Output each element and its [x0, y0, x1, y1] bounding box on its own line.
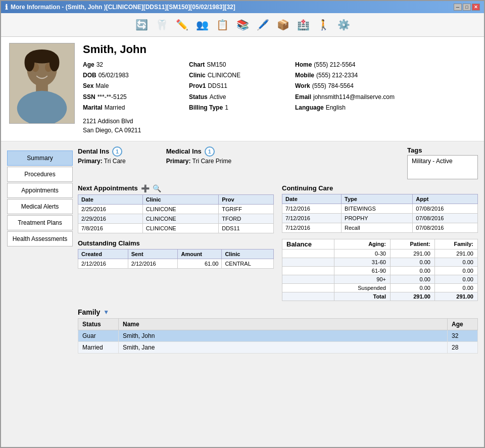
main-content: Dental Ins 1 Primary: Tri Care Medical I… [78, 146, 478, 442]
cross-icon[interactable]: 🏥 [295, 16, 312, 33]
toolbar: 🔄 🦷 ✏️ 👥 📋 📚 🖊️ 📦 🏥 🚶 ⚙️ [1, 13, 484, 37]
claim-created-header: Created [78, 249, 128, 259]
right-col: Continuing Care Date Type Appt 7/12/2016… [282, 184, 478, 301]
left-col: Next Appointments ➕ 🔍 Date Clinic Prov [78, 184, 274, 301]
next-appointments-header: Next Appointments ➕ 🔍 [78, 184, 274, 192]
users-icon[interactable]: 👥 [193, 16, 211, 33]
dental-ins-label: Dental Ins [78, 147, 109, 155]
claim-amount-header: Amount [178, 249, 222, 259]
list-item[interactable]: MarriedSmith, Jane28 [78, 341, 478, 353]
continuing-care-header: Continuing Care [282, 184, 478, 192]
outstanding-claims-title: Outstanding Claims [78, 239, 140, 247]
next-appointments-table: Date Clinic Prov 2/25/2016CLINICONETGRIF… [78, 194, 274, 233]
billing-row: Billing Type 1 [189, 103, 290, 113]
sidebar-item-summary[interactable]: Summary [7, 151, 73, 166]
sidebar-item-appointments[interactable]: Appointments [7, 183, 73, 198]
box-icon[interactable]: 📦 [274, 16, 292, 33]
minimize-button[interactable]: ─ [454, 4, 462, 11]
patient-photo [9, 43, 75, 124]
table-row[interactable]: 2/12/20162/12/201661.00CENTRAL [78, 259, 274, 268]
balance-row: 0-30291.00291.00 [282, 249, 478, 258]
outstanding-claims-section: Outstanding Claims Created Sent Amount C… [78, 239, 274, 269]
clinic-row: Clinic CLINICONE [189, 71, 290, 80]
balance-row: Total291.00291.00 [282, 292, 478, 301]
add-appointment-button[interactable]: ➕ [141, 184, 150, 192]
chart-icon[interactable]: 📋 [214, 16, 231, 33]
family-title: Family [78, 308, 100, 316]
balance-row: 61-900.000.00 [282, 266, 478, 275]
balance-section: Balance Aging: Patient: Family: 0-30291.… [282, 239, 478, 301]
medical-ins-primary: Primary: Tri Care Prime [166, 158, 231, 165]
title-bar-left: ℹ More Information - (Smith, John )[CLIN… [5, 3, 235, 11]
address-block: 2121 Addison Blvd San Diego, CA 09211 [83, 117, 184, 135]
apt-clinic-header: Clinic [142, 194, 218, 204]
medical-ins-block: Medical Ins 1 Primary: Tri Care Prime [166, 146, 231, 165]
sidebar-item-health-assessments[interactable]: Health Assessments [7, 231, 73, 246]
family-age-header: Age [448, 318, 478, 330]
marital-row: Marital Married [83, 103, 184, 113]
home-row: Home (555) 212-5564 [295, 60, 421, 70]
dental-ins-circle[interactable]: 1 [112, 146, 122, 157]
refresh-icon[interactable]: 🔄 [133, 16, 150, 33]
sidebar-item-medical-alerts[interactable]: Medical Alerts [7, 199, 73, 214]
balance-table: Balance Aging: Patient: Family: 0-30291.… [282, 239, 478, 301]
language-row: Language English [295, 103, 421, 113]
two-col-section: Next Appointments ➕ 🔍 Date Clinic Prov [78, 184, 478, 301]
patient-label: Patient: [390, 239, 434, 249]
cc-date-header: Date [282, 194, 342, 204]
status-row: Status Active [189, 92, 290, 102]
mobile-row: Mobile (555) 212-2334 [295, 71, 421, 80]
dental-ins-block: Dental Ins 1 Primary: Tri Care [78, 146, 126, 165]
pencil-icon[interactable]: 🖊️ [254, 16, 271, 33]
svg-point-7 [25, 54, 35, 71]
family-label: Family: [434, 239, 477, 249]
book-icon[interactable]: 📚 [234, 16, 251, 33]
settings-icon[interactable]: ⚙️ [335, 16, 352, 33]
balance-row: 31-600.000.00 [282, 258, 478, 266]
table-row[interactable]: 2/29/2016CLINICONETFORD [78, 214, 274, 223]
maximize-button[interactable]: □ [463, 4, 471, 11]
dob-row: DOB 05/02/1983 [83, 71, 184, 80]
outstanding-claims-header: Outstanding Claims [78, 239, 274, 247]
edit-icon[interactable]: ✏️ [173, 16, 190, 33]
dental-ins-primary: Primary: Tri Care [78, 158, 126, 165]
patient-name: Smith, John [83, 43, 476, 56]
patient-info: Smith, John Age 32 DOB 05/02/1983 Sex Ma… [83, 43, 476, 135]
family-table: Status Name Age GuarSmith, John32Married… [78, 318, 478, 354]
medical-ins-circle[interactable]: 1 [205, 146, 215, 157]
title-bar: ℹ More Information - (Smith, John )[CLIN… [1, 1, 484, 13]
table-row[interactable]: 7/12/2016BITEWINGS07/08/2016 [282, 204, 478, 213]
balance-title: Balance [282, 239, 334, 249]
continuing-care-table: Date Type Appt 7/12/2016BITEWINGS07/08/2… [282, 194, 478, 233]
apt-date-header: Date [78, 194, 143, 204]
person-arrow-icon[interactable]: 🚶 [315, 16, 332, 33]
claim-sent-header: Sent [128, 249, 178, 259]
dental-ins-title: Dental Ins 1 [78, 146, 126, 157]
sidebar-item-procedures[interactable]: Procedures [7, 167, 73, 182]
family-section: Family ▼ Status Name Age GuarSmith, John… [78, 308, 478, 354]
family-expand-icon[interactable]: ▼ [103, 309, 109, 316]
table-row[interactable]: 7/12/2016PROPHY07/08/2016 [282, 213, 478, 223]
tooth-icon[interactable]: 🦷 [153, 16, 170, 33]
close-button[interactable]: ✕ [472, 4, 480, 11]
medical-ins-title: Medical Ins 1 [166, 146, 231, 157]
sidebar-item-treatment-plans[interactable]: Treatment Plans [7, 215, 73, 230]
tags-label: Tags [407, 146, 478, 154]
balance-row: 90+0.000.00 [282, 275, 478, 283]
work-row: Work (555) 784-5564 [295, 81, 421, 91]
cc-type-header: Type [342, 194, 413, 204]
tags-block: Tags Military - Active [407, 146, 478, 179]
claim-clinic-header: Clinic [222, 249, 274, 259]
search-appointment-button[interactable]: 🔍 [153, 184, 161, 192]
table-row[interactable]: 7/8/2016CLINICONEDDS11 [78, 223, 274, 233]
apt-prov-header: Prov [219, 194, 274, 204]
list-item[interactable]: GuarSmith, John32 [78, 330, 478, 341]
table-row[interactable]: 2/25/2016CLINICONETGRIFF [78, 204, 274, 214]
prov1-row: Prov1 DDS11 [189, 81, 290, 91]
tags-value: Military - Active [407, 155, 478, 179]
continuing-care-title: Continuing Care [282, 184, 333, 192]
svg-point-8 [50, 54, 60, 71]
ssn-row: SSN ***-**-5125 [83, 92, 184, 102]
aging-label: Aging: [334, 239, 390, 249]
table-row[interactable]: 7/12/2016Recall07/08/2016 [282, 223, 478, 232]
